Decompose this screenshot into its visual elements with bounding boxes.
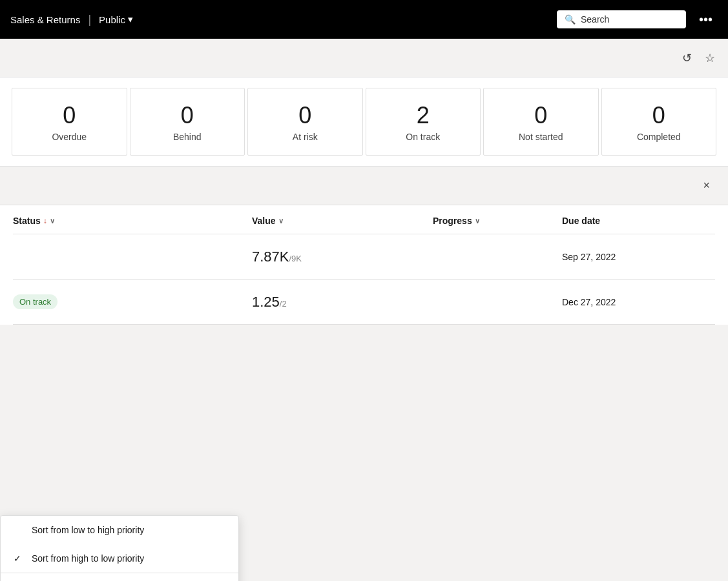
title-separator: | [88,13,91,26]
stats-section: 0 Overdue 0 Behind 0 At risk 2 On track … [0,77,728,167]
stat-number-behind: 0 [141,101,234,129]
dropdown-item-sort-high[interactable]: Sort from high to low priority [1,544,238,573]
stat-label-not-started: Not started [494,132,588,142]
td-duedate-1: Dec 27, 2022 [562,297,715,307]
value-sub-0: /9K [289,254,302,263]
visibility-label: Public [99,14,125,25]
table-row[interactable]: On track 1.25/2 Dec 27, 2022 [13,280,715,325]
favorite-button[interactable]: ☆ [702,48,718,68]
th-value-chevron: ∨ [278,217,284,225]
app-title-area: Sales & Returns | Public ▾ [10,13,133,26]
th-status-chevron: ∨ [50,217,55,225]
stat-number-not-started: 0 [494,101,588,129]
th-progress[interactable]: Progress ∨ [433,216,562,226]
stat-card-on-track[interactable]: 2 On track [366,88,481,156]
value-main-0: 7.87K [252,249,289,265]
visibility-chevron: ▾ [128,14,133,25]
app-title: Sales & Returns [10,14,80,25]
table-section: Status ↓ ∨ Value ∨ Progress ∨ Due date [0,205,728,325]
sort-desc-icon: ↓ [43,216,47,225]
dropdown-menu: Sort from low to high priority Sort from… [0,515,239,581]
secondary-icons: ↺ ☆ [680,48,718,68]
td-duedate-0: Sep 27, 2022 [562,252,715,262]
stat-label-overdue: Overdue [23,132,116,142]
th-status[interactable]: Status ↓ ∨ [13,216,252,226]
value-sub-1: /2 [280,299,287,309]
dropdown-item-column-settings[interactable]: Column settings On track › [1,573,238,581]
stat-label-at-risk: At risk [258,132,352,142]
filter-bar: × [0,167,728,205]
th-duedate-label: Due date [562,216,600,226]
th-duedate: Due date [562,216,715,226]
td-value-0: 7.87K/9K [252,249,433,265]
dropdown-item-sort-low[interactable]: Sort from low to high priority [1,516,238,544]
stat-card-completed[interactable]: 0 Completed [601,88,717,156]
table-row[interactable]: 7.87K/9K Sep 27, 2022 [13,234,715,280]
top-bar: Sales & Returns | Public ▾ 🔍 Search ••• [0,0,728,39]
stat-label-on-track: On track [377,132,470,142]
secondary-bar: ↺ ☆ [0,39,728,77]
search-box[interactable]: 🔍 Search [557,10,686,28]
stat-number-overdue: 0 [23,101,116,129]
top-bar-right: 🔍 Search ••• [557,10,718,30]
stat-card-not-started[interactable]: 0 Not started [483,88,599,156]
refresh-icon: ↺ [682,52,692,65]
main-content: × Status ↓ ∨ Value ∨ Progress ∨ [0,167,728,325]
visibility-selector[interactable]: Public ▾ [99,14,133,25]
stat-number-on-track: 2 [377,101,470,129]
sort-high-label: Sort from high to low priority [32,553,144,564]
close-button[interactable]: × [698,176,715,195]
search-text[interactable]: Search [581,14,609,25]
status-badge-on-track: On track [13,294,57,309]
th-progress-label: Progress [433,216,472,226]
stat-label-behind: Behind [141,132,234,142]
search-icon: 🔍 [565,14,576,25]
more-options-button[interactable]: ••• [694,10,718,30]
refresh-button[interactable]: ↺ [680,48,694,68]
th-status-label: Status [13,216,41,226]
sort-low-label: Sort from low to high priority [32,525,144,535]
stat-number-at-risk: 0 [258,101,352,129]
star-icon: ☆ [705,52,715,65]
stat-label-completed: Completed [612,132,706,142]
stat-card-at-risk[interactable]: 0 At risk [247,88,363,156]
stat-card-overdue[interactable]: 0 Overdue [12,88,127,156]
td-value-1: 1.25/2 [252,294,433,311]
th-value-label: Value [252,216,276,226]
td-status-1: On track [13,294,252,309]
table-section-outer: Status ↓ ∨ Value ∨ Progress ∨ Due date [0,205,728,325]
stat-number-completed: 0 [612,101,706,129]
stat-card-behind[interactable]: 0 Behind [130,88,245,156]
stats-row: 0 Overdue 0 Behind 0 At risk 2 On track … [10,88,718,166]
th-progress-chevron: ∨ [475,217,480,225]
table-header: Status ↓ ∨ Value ∨ Progress ∨ Due date [13,205,715,234]
th-value[interactable]: Value ∨ [252,216,433,226]
value-main-1: 1.25 [252,294,280,310]
